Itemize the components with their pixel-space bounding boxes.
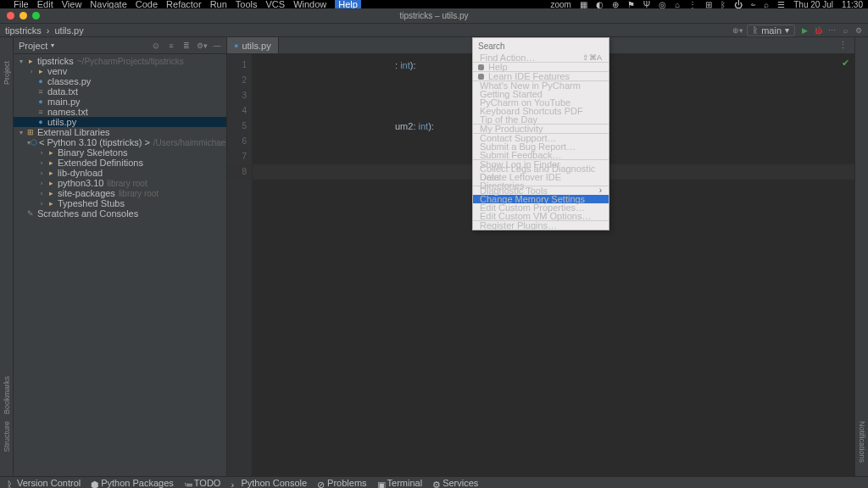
tree-row[interactable]: ●utils.py [14,117,226,127]
breadcrumb-sep: › [47,25,50,36]
help-menu-item[interactable]: Delete Leftover IDE Directories… [473,177,609,186]
debug-icon[interactable]: 🐞 [814,26,822,35]
breadcrumb-root[interactable]: tipstricks [5,25,42,36]
help-menu-item[interactable]: Help [473,63,609,71]
statusbar: ᚱVersion Control ⬢Python Packages ≔TODO … [0,476,868,488]
tree-row[interactable]: ✎Scratches and Consoles [14,208,226,219]
sb-problems[interactable]: ⊘Problems [317,478,366,488]
tab-label: utils.py [242,41,270,51]
menubar-icon[interactable]: ◐ [596,0,604,9]
menubar-icon[interactable]: ◎ [659,0,666,9]
sb-terminal[interactable]: ▣Terminal [377,478,423,488]
tree-row[interactable]: ›▸python3.10library root [14,178,226,188]
git-branch[interactable]: ᚱ main ▾ [747,25,795,36]
project-pane: Project ▾ ⊙ ≡ ≣ ⚙▾ — ▾▸tipstricks~/Pycha… [14,37,227,476]
search-icon[interactable]: ⌕ [841,26,849,35]
tree-row[interactable]: ●classes.py [14,76,226,86]
traffic-max[interactable] [32,12,40,19]
menubar-icon[interactable]: ⋮ [688,0,697,9]
run-icon[interactable]: ▶ [800,26,809,35]
tree-row[interactable]: ▾⬡< Python 3.10 (tipstricks) >/Users/hai… [14,137,226,147]
menubar-icon[interactable]: ⊕ [612,0,619,9]
project-tree[interactable]: ▾▸tipstricks~/PycharmProjects/tipstricks… [14,54,226,476]
help-menu-item[interactable]: Register Plugins… [473,221,609,230]
menubar-icon[interactable]: Ψ [643,0,650,9]
help-menu-item[interactable]: Learn IDE Features [473,72,609,80]
window-title: tipstricks – utils.py [399,11,468,20]
tab-utils[interactable]: ● utils.py [227,37,279,53]
menubar-icon[interactable]: ▦ [580,0,587,9]
tree-row[interactable]: ≡names.txt [14,107,226,117]
menubar-control-center-icon[interactable]: ☰ [777,0,785,9]
help-menu: Find Action…⇧⌘AHelpLearn IDE FeaturesWha… [472,37,609,230]
sb-services[interactable]: ⚙Services [432,478,478,488]
traffic-close[interactable] [7,12,14,19]
tree-row[interactable]: ▾⊞External Libraries [14,127,226,137]
add-config-icon[interactable]: ⊕▾ [733,26,742,35]
tree-row[interactable]: ›▸site-packageslibrary root [14,188,226,198]
tool-bookmarks[interactable]: Bookmarks [3,376,11,414]
help-search-input[interactable] [478,42,604,51]
collapse-all-icon[interactable]: ≣ [182,42,191,50]
mac-menubar: PyCharm File Edit View Navigate Code Ref… [0,0,868,8]
tool-structure[interactable]: Structure [3,421,11,452]
help-menu-item[interactable]: Find Action…⇧⌘A [473,53,609,62]
editor-area: ● utils.py ⋮ 12345678 : int): um2: int): [227,37,854,476]
tree-row[interactable]: ›▸Binary Skeletons [14,147,226,158]
breadcrumb-file[interactable]: utils.py [54,25,83,36]
sb-python-packages[interactable]: ⬢Python Packages [91,478,174,488]
menubar-date[interactable]: Thu 20 Jul [793,0,833,9]
select-opened-file-icon[interactable]: ⊙ [152,42,160,50]
tabs-more[interactable]: ⋮ [832,37,854,53]
pycharm-window: tipstricks – utils.py tipstricks › utils… [0,8,868,488]
tree-row[interactable]: ›▸Extended Definitions [14,158,226,168]
titlebar: tipstricks – utils.py [0,8,868,24]
help-menu-item[interactable]: Tip of the Day [473,115,609,124]
tree-row[interactable]: ≡data.txt [14,86,226,97]
tool-project[interactable]: Project [3,61,11,85]
python-file-icon: ● [234,42,238,50]
sb-todo[interactable]: ≔TODO [184,478,221,488]
more-run-icon[interactable]: ⋯ [827,26,836,35]
menubar-zoom[interactable]: zoom [550,0,570,9]
help-menu-item[interactable]: Submit Feedback… [473,151,609,159]
menubar-wifi-icon[interactable]: ⧜ [751,0,755,9]
breadcrumb: tipstricks › utils.py ⊕▾ ᚱ main ▾ ▶ 🐞 ⋯ … [0,24,868,37]
line-gutter[interactable]: 12345678 [227,54,253,476]
right-tool-strip: Notifications [854,37,868,476]
hide-icon[interactable]: — [213,42,221,50]
menubar-icon[interactable]: ⚑ [627,0,635,9]
tree-row[interactable]: ›▸lib-dynload [14,168,226,178]
project-pane-title[interactable]: Project [19,41,47,51]
menubar-icon[interactable]: ⌂ [675,0,680,9]
help-menu-item[interactable]: My Productivity [473,125,609,133]
menubar-icon[interactable]: ⏻ [734,0,743,9]
tree-row[interactable]: ●main.py [14,97,226,107]
tree-row[interactable]: ›▸Typeshed Stubs [14,198,226,208]
tool-notifications[interactable]: Notifications [858,421,866,463]
gear-icon[interactable]: ⚙▾ [198,42,206,50]
menubar-icon[interactable]: ⊞ [705,0,712,9]
menubar-search-icon[interactable]: ⌕ [764,0,769,9]
traffic-min[interactable] [19,12,27,19]
menubar-time[interactable]: 11:30 [842,0,863,9]
left-tool-strip: Project Bookmarks Structure [0,37,14,476]
project-view-dropdown[interactable]: ▾ [51,42,54,49]
menubar-bluetooth-icon[interactable]: ᛒ [721,0,726,9]
sb-vcs[interactable]: ᚱVersion Control [7,478,81,488]
settings-icon[interactable]: ⚙ [854,26,863,35]
tree-row[interactable]: ›▸venv [14,66,226,76]
expand-all-icon[interactable]: ≡ [167,42,175,50]
help-menu-item[interactable]: Edit Custom VM Options… [473,212,609,220]
sb-python-console[interactable]: ›_Python Console [231,478,307,488]
tree-row[interactable]: ▾▸tipstricks~/PycharmProjects/tipstricks [14,56,226,66]
